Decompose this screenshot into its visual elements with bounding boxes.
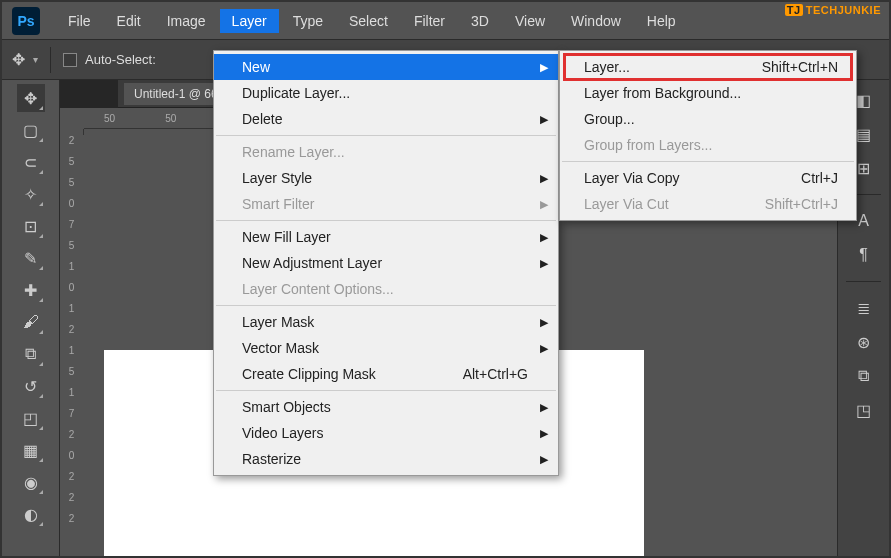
brush-panel-icon[interactable]: ⊛ xyxy=(852,330,876,354)
menu-item-rename-layer-: Rename Layer... xyxy=(214,139,558,165)
move-tool[interactable]: ✥ xyxy=(17,84,45,112)
heal-tool[interactable]: ✚ xyxy=(17,276,45,304)
menu-item-new[interactable]: New▶ xyxy=(214,54,558,80)
divider xyxy=(50,47,51,73)
clone-panel-icon[interactable]: ⧉ xyxy=(852,364,876,388)
menu-image[interactable]: Image xyxy=(155,9,218,33)
dodge-tool[interactable]: ◐ xyxy=(17,500,45,528)
menu-item-duplicate-layer-[interactable]: Duplicate Layer... xyxy=(214,80,558,106)
new-submenu: Layer...Shift+Ctrl+NLayer from Backgroun… xyxy=(559,50,857,221)
ruler-vertical: 2550751012151720222 xyxy=(60,129,84,135)
menu-item-layer-mask[interactable]: Layer Mask▶ xyxy=(214,309,558,335)
auto-select-label: Auto-Select: xyxy=(85,52,156,67)
layers-panel-icon[interactable]: ≣ xyxy=(852,296,876,320)
menu-item-smart-filter: Smart Filter▶ xyxy=(214,191,558,217)
submenu-item-layer-[interactable]: Layer...Shift+Ctrl+N xyxy=(560,54,856,80)
app-logo: Ps xyxy=(12,7,40,35)
tools-panel: ✥▢⊂✧⊡✎✚🖌⧉↺◰▦◉◐ xyxy=(2,80,60,556)
stamp-tool[interactable]: ⧉ xyxy=(17,340,45,368)
brush-tool[interactable]: 🖌 xyxy=(17,308,45,336)
menu-item-vector-mask[interactable]: Vector Mask▶ xyxy=(214,335,558,361)
menu-type[interactable]: Type xyxy=(281,9,335,33)
menu-3d[interactable]: 3D xyxy=(459,9,501,33)
marquee-tool[interactable]: ▢ xyxy=(17,116,45,144)
menu-item-new-fill-layer[interactable]: New Fill Layer▶ xyxy=(214,224,558,250)
paragraph-panel-icon[interactable]: ¶ xyxy=(852,243,876,267)
menu-filter[interactable]: Filter xyxy=(402,9,457,33)
submenu-item-group-from-layers-: Group from Layers... xyxy=(560,132,856,158)
eraser-tool[interactable]: ◰ xyxy=(17,404,45,432)
tool-preset-arrow-icon[interactable]: ▾ xyxy=(33,54,38,65)
move-tool-icon: ✥ xyxy=(12,50,25,69)
menu-edit[interactable]: Edit xyxy=(105,9,153,33)
3d-panel-icon[interactable]: ◳ xyxy=(852,398,876,422)
menu-help[interactable]: Help xyxy=(635,9,688,33)
submenu-item-layer-via-copy[interactable]: Layer Via CopyCtrl+J xyxy=(560,165,856,191)
submenu-item-group-[interactable]: Group... xyxy=(560,106,856,132)
watermark: TJTECHJUNKIE xyxy=(785,4,881,16)
menu-item-layer-style[interactable]: Layer Style▶ xyxy=(214,165,558,191)
menu-item-rasterize[interactable]: Rasterize▶ xyxy=(214,446,558,472)
crop-tool[interactable]: ⊡ xyxy=(17,212,45,240)
lasso-tool[interactable]: ⊂ xyxy=(17,148,45,176)
wand-tool[interactable]: ✧ xyxy=(17,180,45,208)
menu-file[interactable]: File xyxy=(56,9,103,33)
menu-select[interactable]: Select xyxy=(337,9,400,33)
blur-tool[interactable]: ◉ xyxy=(17,468,45,496)
history-tool[interactable]: ↺ xyxy=(17,372,45,400)
eyedrop-tool[interactable]: ✎ xyxy=(17,244,45,272)
menu-item-smart-objects[interactable]: Smart Objects▶ xyxy=(214,394,558,420)
submenu-item-layer-from-background-[interactable]: Layer from Background... xyxy=(560,80,856,106)
menu-item-layer-content-options-: Layer Content Options... xyxy=(214,276,558,302)
submenu-item-layer-via-cut: Layer Via CutShift+Ctrl+J xyxy=(560,191,856,217)
menu-item-new-adjustment-layer[interactable]: New Adjustment Layer▶ xyxy=(214,250,558,276)
menu-view[interactable]: View xyxy=(503,9,557,33)
menu-layer[interactable]: Layer xyxy=(220,9,279,33)
menu-item-delete[interactable]: Delete▶ xyxy=(214,106,558,132)
gradient-tool[interactable]: ▦ xyxy=(17,436,45,464)
menu-item-create-clipping-mask[interactable]: Create Clipping MaskAlt+Ctrl+G xyxy=(214,361,558,387)
menu-window[interactable]: Window xyxy=(559,9,633,33)
top-menubar: Ps FileEditImageLayerTypeSelectFilter3DV… xyxy=(2,2,889,40)
layer-menu-dropdown: New▶Duplicate Layer...Delete▶Rename Laye… xyxy=(213,50,559,476)
auto-select-checkbox[interactable] xyxy=(63,53,77,67)
menu-item-video-layers[interactable]: Video Layers▶ xyxy=(214,420,558,446)
